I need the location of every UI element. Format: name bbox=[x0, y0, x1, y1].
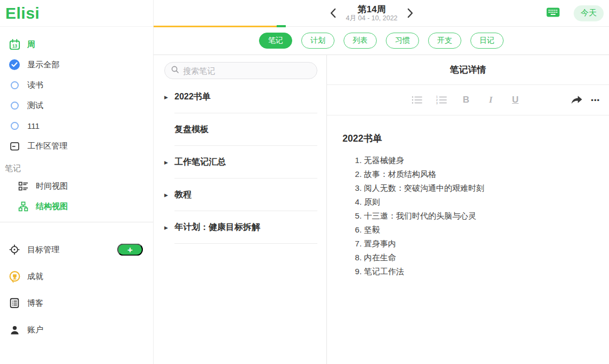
book-list-item[interactable]: 阅人无数：突破沟通中的艰难时刻 bbox=[364, 181, 593, 195]
tab-notes[interactable]: 笔记 bbox=[259, 33, 292, 49]
tab-diary[interactable]: 日记 bbox=[470, 33, 504, 49]
keyboard-icon bbox=[546, 7, 560, 19]
book-list-item[interactable]: 内在生命 bbox=[364, 251, 593, 265]
add-goal-button[interactable] bbox=[117, 244, 143, 256]
sidebar-item-achievements[interactable]: 成就 bbox=[0, 263, 153, 290]
tab-habit[interactable]: 习惯 bbox=[386, 33, 419, 49]
sidebar-item-label: 结构视图 bbox=[36, 202, 68, 212]
header-right-controls: 今天 bbox=[546, 0, 604, 26]
note-folder-work-notes[interactable]: 工作笔记汇总 bbox=[164, 146, 317, 179]
book-list-item[interactable]: 原则 bbox=[364, 195, 593, 209]
filter-label: 显示全部 bbox=[27, 60, 59, 70]
ordered-list-icon[interactable]: 1 2 3 bbox=[436, 95, 447, 105]
book-list-item[interactable]: 笔记工作法 bbox=[364, 265, 593, 278]
keyboard-shortcuts-button[interactable] bbox=[546, 7, 560, 19]
sidebar-item-label: 时间视图 bbox=[36, 181, 68, 191]
book-list: 无器械健身 故事：材质结构风格 阅人无数：突破沟通中的艰难时刻 原则 十三邀：我… bbox=[342, 153, 593, 278]
sidebar-divider bbox=[0, 222, 153, 222]
book-list-item[interactable]: 置身事内 bbox=[364, 237, 593, 251]
unchecked-circle-icon[interactable] bbox=[7, 102, 21, 110]
week-date-range: 4月 04 - 10, 2022 bbox=[346, 14, 398, 22]
unchecked-circle-icon[interactable] bbox=[7, 81, 21, 89]
expand-triangle-icon[interactable] bbox=[164, 95, 170, 100]
share-icon[interactable] bbox=[570, 95, 583, 105]
previous-week-button[interactable] bbox=[329, 7, 337, 19]
sidebar-item-workspace[interactable]: 工作区管理 bbox=[0, 136, 153, 156]
sidebar-item-label: 周 bbox=[27, 40, 35, 50]
note-detail-panel: 笔记详情 bbox=[327, 55, 609, 364]
sidebar-item-goals[interactable]: 目标管理 bbox=[0, 236, 153, 263]
sidebar-item-time-view[interactable]: 时间视图 bbox=[0, 176, 153, 196]
format-buttons: 1 2 3 bbox=[412, 85, 521, 115]
main-area: 第14周 4月 04 - 10, 2022 bbox=[154, 0, 609, 364]
blog-list-icon bbox=[7, 297, 21, 309]
note-detail-title: 笔记详情 bbox=[327, 55, 609, 85]
expand-triangle-icon[interactable] bbox=[164, 192, 170, 198]
sidebar-bottom-nav: 目标管理 成就 bbox=[0, 236, 153, 343]
week-navigator: 第14周 4月 04 - 10, 2022 bbox=[329, 4, 414, 22]
sidebar-filter-test[interactable]: 测试 bbox=[0, 95, 153, 115]
sidebar-item-label: 成就 bbox=[27, 272, 43, 282]
search-icon bbox=[171, 65, 179, 76]
note-content-title[interactable]: 2022书单 bbox=[342, 132, 593, 145]
sidebar-filter-reading[interactable]: 读书 bbox=[0, 75, 153, 95]
next-week-button[interactable] bbox=[406, 7, 414, 19]
svg-text:13: 13 bbox=[12, 44, 17, 49]
note-search-bar[interactable] bbox=[164, 62, 317, 79]
sidebar-item-label: 工作区管理 bbox=[27, 141, 67, 151]
book-list-item[interactable]: 坚毅 bbox=[364, 223, 593, 237]
editor-toolbar: 1 2 3 bbox=[327, 85, 609, 115]
trophy-medal-icon bbox=[7, 270, 21, 283]
sidebar-item-label: 账户 bbox=[27, 325, 43, 335]
book-list-item[interactable]: 十三邀：我们时代的头脑与心灵 bbox=[364, 209, 593, 223]
bullet-list-icon[interactable] bbox=[412, 95, 422, 105]
more-options-icon[interactable] bbox=[591, 96, 600, 104]
sidebar-item-blog[interactable]: 博客 bbox=[0, 290, 153, 316]
note-editor-body[interactable]: 2022书单 无器械健身 故事：材质结构风格 阅人无数：突破沟通中的艰难时刻 原… bbox=[327, 115, 609, 364]
week-title-block: 第14周 4月 04 - 10, 2022 bbox=[346, 4, 398, 22]
sidebar-filter-111[interactable]: 111 bbox=[0, 115, 153, 136]
time-view-icon bbox=[16, 181, 30, 192]
progress-segment-yellow bbox=[154, 26, 277, 27]
sidebar-nav: 13 周 显示全部 读书 bbox=[0, 27, 153, 216]
week-header: 第14周 4月 04 - 10, 2022 bbox=[154, 0, 609, 27]
calendar-week-icon: 13 bbox=[7, 38, 21, 51]
note-folder-year-plan[interactable]: 年计划：健康目标拆解 bbox=[164, 211, 317, 244]
sidebar-item-week[interactable]: 13 周 bbox=[0, 34, 153, 55]
notes-section-label: 笔记 bbox=[0, 156, 153, 176]
sidebar-item-label: 博客 bbox=[27, 298, 43, 308]
unchecked-circle-icon[interactable] bbox=[7, 122, 21, 130]
note-list-panel: 2022书单 复盘模板 工作笔记汇总 教程 bbox=[154, 55, 327, 364]
sidebar: Elisi 13 周 bbox=[0, 0, 154, 364]
sidebar-filter-show-all[interactable]: 显示全部 bbox=[0, 55, 153, 75]
app-logo: Elisi bbox=[0, 0, 153, 27]
tab-list[interactable]: 列表 bbox=[344, 33, 377, 49]
underline-icon[interactable] bbox=[510, 95, 521, 105]
sidebar-item-structure-view[interactable]: 结构视图 bbox=[0, 196, 153, 216]
book-list-item[interactable]: 故事：材质结构风格 bbox=[364, 167, 593, 181]
search-input[interactable] bbox=[183, 66, 311, 75]
week-progress-bar bbox=[154, 25, 286, 27]
note-folder-2022-booklist[interactable]: 2022书单 bbox=[164, 81, 317, 113]
structure-view-icon bbox=[16, 201, 30, 212]
expand-triangle-icon bbox=[164, 127, 170, 133]
today-button[interactable]: 今天 bbox=[574, 5, 604, 21]
checked-circle-icon[interactable] bbox=[7, 59, 21, 70]
bold-icon[interactable] bbox=[461, 95, 471, 105]
notes-content: 2022书单 复盘模板 工作笔记汇总 教程 bbox=[154, 55, 609, 364]
note-folder-tutorial[interactable]: 教程 bbox=[164, 179, 317, 211]
module-tabs: 笔记 计划 列表 习惯 开支 日记 bbox=[154, 27, 609, 55]
note-item-review-template[interactable]: 复盘模板 bbox=[164, 113, 317, 146]
expand-triangle-icon[interactable] bbox=[164, 225, 170, 230]
italic-icon[interactable] bbox=[485, 95, 496, 105]
sidebar-item-label: 目标管理 bbox=[27, 245, 59, 255]
sidebar-item-account[interactable]: 账户 bbox=[0, 316, 153, 343]
tab-plan[interactable]: 计划 bbox=[301, 33, 334, 49]
tab-expense[interactable]: 开支 bbox=[428, 33, 461, 49]
expand-triangle-icon[interactable] bbox=[164, 160, 170, 165]
book-list-item[interactable]: 无器械健身 bbox=[364, 153, 593, 167]
svg-text:3: 3 bbox=[436, 102, 438, 105]
progress-segment-green bbox=[277, 25, 286, 27]
note-actions bbox=[570, 85, 600, 115]
filter-label: 测试 bbox=[27, 100, 43, 111]
